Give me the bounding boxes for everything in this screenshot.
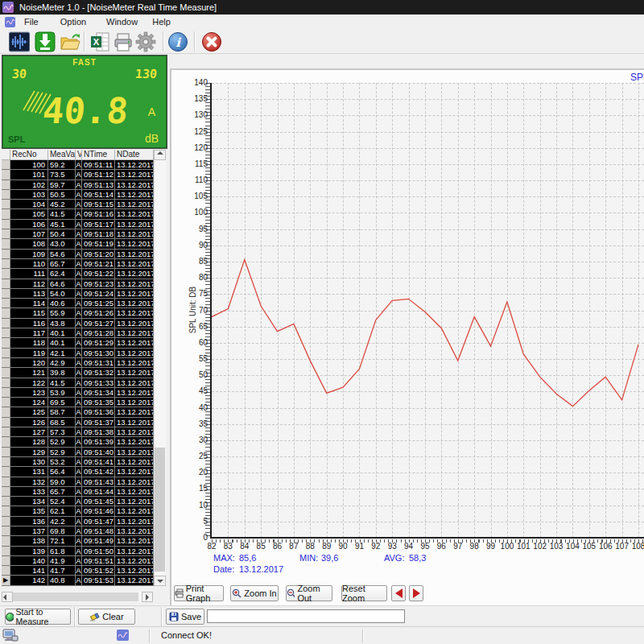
row-selector[interactable] (2, 437, 10, 447)
menu-item-window[interactable]: Window (101, 14, 142, 29)
row-selector[interactable] (2, 566, 10, 576)
start-measure-button[interactable]: Start to Measure (5, 609, 71, 625)
row-selector[interactable] (2, 209, 10, 219)
table-row[interactable]: 12139.8A09:51:3213.12.2017 (2, 368, 154, 378)
table-row[interactable]: 10954.6A09:51:2013.12.2017 (2, 250, 154, 259)
scroll-left-button[interactable] (2, 592, 13, 602)
row-selector[interactable] (2, 170, 10, 180)
table-row[interactable]: 10645.1A09:51:1713.12.2017 (2, 220, 154, 229)
zoom-out-button[interactable]: Zoom Out (286, 585, 332, 601)
row-selector[interactable] (2, 536, 10, 546)
row-selector[interactable] (2, 160, 10, 170)
row-selector[interactable] (2, 477, 10, 487)
row-selector[interactable] (2, 239, 10, 249)
table-row[interactable]: 14141.7A09:51:5213.12.2017 (2, 566, 154, 576)
table-row[interactable]: 11555.9A09:51:2613.12.2017 (2, 308, 154, 318)
gear-icon[interactable] (135, 31, 156, 52)
info-icon[interactable]: i (167, 31, 188, 52)
zoom-in-button[interactable]: Zoom In (230, 585, 279, 601)
row-selector[interactable] (2, 506, 10, 516)
row-selector[interactable] (2, 349, 10, 358)
row-selector[interactable] (2, 299, 10, 308)
table-row[interactable]: 13769.8A09:51:4813.12.2017 (2, 526, 154, 536)
table-row[interactable]: 13562.1A09:51:4613.12.2017 (2, 506, 154, 516)
row-selector[interactable] (2, 229, 10, 239)
open-folder-icon[interactable] (60, 31, 80, 52)
table-row[interactable]: 13961.8A09:51:5013.12.2017 (2, 547, 154, 556)
table-row[interactable]: 13259.0A09:51:4313.12.2017 (2, 477, 154, 487)
table-row[interactable]: 10059.2A09:51:1113.12.2017 (2, 160, 154, 170)
table-row[interactable]: 11440.6A09:51:2513.12.2017 (2, 299, 154, 308)
row-selector[interactable] (2, 388, 10, 398)
row-selector[interactable] (2, 497, 10, 506)
table-row[interactable]: 10259.7A09:51:1313.12.2017 (2, 180, 154, 190)
row-selector[interactable] (2, 289, 10, 299)
row-selector[interactable] (2, 467, 10, 477)
scroll-chart-left-button[interactable] (391, 585, 406, 601)
reset-zoom-button[interactable]: Reset Zoom (341, 585, 387, 601)
row-selector[interactable] (2, 308, 10, 318)
table-row[interactable]: 12668.5A09:51:3713.12.2017 (2, 418, 154, 427)
row-selector[interactable] (2, 487, 10, 497)
table-row[interactable]: 11942.1A09:51:3013.12.2017 (2, 349, 154, 358)
row-selector[interactable] (2, 190, 10, 200)
hscrollbar-thumb[interactable] (13, 592, 138, 601)
menu-item-help[interactable]: Help (147, 14, 175, 29)
row-selector[interactable] (2, 269, 10, 279)
table-row[interactable]: 11065.7A09:51:2113.12.2017 (2, 259, 154, 269)
row-selector[interactable] (2, 200, 10, 209)
table-row[interactable]: 12757.3A09:51:3813.12.2017 (2, 427, 154, 437)
table-row[interactable]: 10843.0A09:51:1913.12.2017 (2, 239, 154, 249)
menu-item-file[interactable]: File (19, 14, 43, 29)
table-row[interactable]: 12353.9A09:51:3413.12.2017 (2, 388, 154, 398)
table-row[interactable]: 10173.5A09:51:1213.12.2017 (2, 170, 154, 180)
measurement-table[interactable]: 10059.2A09:51:1113.12.201710173.5A09:51:… (2, 160, 154, 586)
table-row[interactable]: 10350.5A09:51:1413.12.2017 (2, 190, 154, 200)
table-row[interactable]: 11643.8A09:51:2713.12.2017 (2, 319, 154, 328)
table-row[interactable]: 13872.1A09:51:4913.12.2017 (2, 536, 154, 546)
scroll-down-button[interactable] (154, 576, 166, 586)
row-selector[interactable] (2, 547, 10, 556)
row-selector[interactable] (2, 398, 10, 407)
table-row[interactable]: 10750.4A09:51:1813.12.2017 (2, 229, 154, 239)
row-selector[interactable] (2, 448, 10, 457)
export-data-icon[interactable] (35, 31, 56, 52)
table-row[interactable]: 13452.4A09:51:4513.12.2017 (2, 497, 154, 506)
table-row[interactable]: 12241.5A09:51:3313.12.2017 (2, 378, 154, 388)
mdi-child-icon[interactable] (5, 17, 15, 27)
table-row[interactable]: 11840.1A09:51:2913.12.2017 (2, 338, 154, 348)
note-input[interactable] (207, 609, 405, 623)
row-selector[interactable] (2, 319, 10, 328)
table-row[interactable]: 13365.7A09:51:4413.12.2017 (2, 487, 154, 497)
table-row[interactable]: 13053.2A09:51:4113.12.2017 (2, 457, 154, 467)
table-row[interactable]: 10541.5A09:51:1613.12.2017 (2, 209, 154, 219)
table-row[interactable]: 11264.6A09:51:2313.12.2017 (2, 279, 154, 289)
row-selector[interactable] (2, 526, 10, 536)
scroll-chart-right-button[interactable] (409, 585, 423, 601)
table-row[interactable]: 13642.2A09:51:4713.12.2017 (2, 517, 154, 526)
row-selector[interactable] (2, 418, 10, 427)
row-selector[interactable]: ▶ (2, 576, 10, 585)
waveform-icon[interactable] (9, 31, 30, 52)
table-row[interactable]: 12558.7A09:51:3613.12.2017 (2, 407, 154, 417)
table-row[interactable]: 14041.9A09:51:5113.12.2017 (2, 556, 154, 566)
row-selector[interactable] (2, 358, 10, 368)
row-selector[interactable] (2, 259, 10, 269)
table-row[interactable]: 11162.4A09:51:2213.12.2017 (2, 269, 154, 279)
print-graph-button[interactable]: Print Graph (174, 585, 224, 601)
row-selector[interactable] (2, 220, 10, 229)
table-row[interactable]: 12042.9A09:51:3113.12.2017 (2, 358, 154, 368)
menu-item-option[interactable]: Option (56, 14, 91, 29)
scroll-up-button[interactable] (154, 150, 166, 160)
table-row[interactable]: 12852.9A09:51:3913.12.2017 (2, 437, 154, 447)
row-selector[interactable] (2, 250, 10, 259)
row-selector[interactable] (2, 338, 10, 348)
row-selector[interactable] (2, 378, 10, 388)
row-selector[interactable] (2, 328, 10, 338)
row-selector[interactable] (2, 427, 10, 437)
row-selector[interactable] (2, 517, 10, 526)
row-selector[interactable] (2, 279, 10, 289)
row-selector[interactable] (2, 556, 10, 566)
table-row[interactable]: ▶14240.8A09:51:5313.12.2017 (2, 576, 154, 585)
row-selector[interactable] (2, 180, 10, 190)
